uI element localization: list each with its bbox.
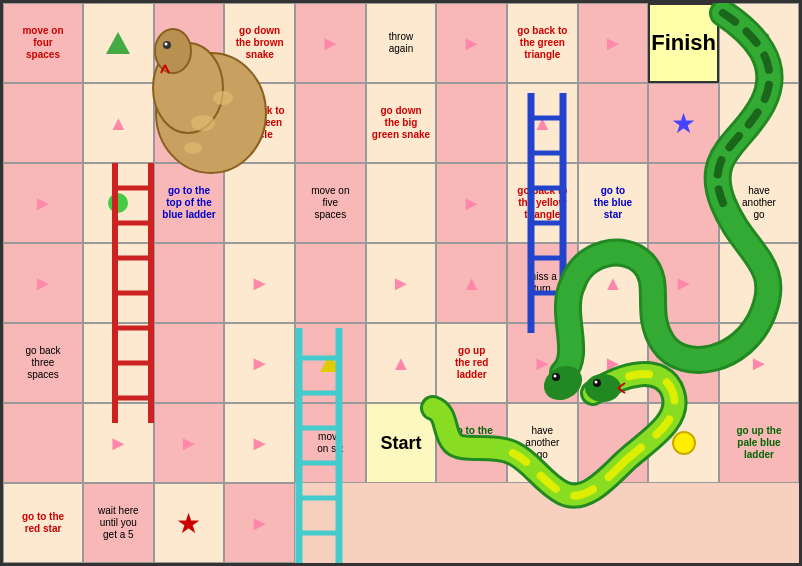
cell-r3c0: go tothe bluestar <box>578 163 649 243</box>
start-label: Start <box>380 433 421 454</box>
pink-arrow-icon: ► <box>250 512 270 535</box>
cell-r1c5 <box>295 83 366 163</box>
cell-r6c5: go up thepale blueladder <box>719 403 799 483</box>
cell-r2c9: go back tothe yellowtriangle <box>507 163 578 243</box>
cell-r6c4 <box>648 403 719 483</box>
green-circle-icon <box>108 193 128 213</box>
pink-arrow-icon: ► <box>250 272 270 295</box>
pink-arrow-icon: ► <box>391 272 411 295</box>
pink-arrow-icon: ► <box>603 32 623 55</box>
pink-arrow-icon: ► <box>462 192 482 215</box>
pink-arrow-icon: ► <box>250 432 270 455</box>
cell-r1c0: missa turn <box>719 3 799 83</box>
yellow-circle-icon <box>672 431 696 455</box>
cell-r0c5: throwagain <box>366 3 437 83</box>
cell-r4c9: ▲ <box>366 323 437 403</box>
cell-r4c1: ▲ <box>578 243 649 323</box>
cell-r1c8: ▲ <box>507 83 578 163</box>
cell-r6c2: haveanothergo <box>507 403 578 483</box>
pink-arrow-icon: ► <box>250 352 270 375</box>
pink-arrow-icon: ► <box>749 352 769 375</box>
cell-r2c4: go to thetop of theblue ladder <box>154 163 225 243</box>
cell-r2c6: move onfivespaces <box>295 163 366 243</box>
cell-r4c8 <box>295 323 366 403</box>
cell-r4c5 <box>83 323 154 403</box>
cell-r3c8: ► <box>366 243 437 323</box>
cell-r3c4 <box>83 243 154 323</box>
cell-r6c7: wait hereuntil youget a 5 <box>83 483 154 563</box>
cell-r5c8: ► <box>224 403 295 483</box>
cell-start: Start <box>366 403 437 483</box>
yellow-triangle-icon <box>320 354 340 372</box>
cell-r4c3 <box>719 243 799 323</box>
pink-arrow-icon: ► <box>33 192 53 215</box>
cell-r5c2: ► <box>578 323 649 403</box>
cell-r4c7: ► <box>224 323 295 403</box>
pink-arrow-icon: ► <box>603 352 623 375</box>
red-star-icon: ★ <box>176 507 201 540</box>
cell-r4c6 <box>154 323 225 403</box>
cell-r5c5 <box>3 403 83 483</box>
cell-r0c0: move onfourspaces <box>3 3 83 83</box>
cell-r3c6: ► <box>224 243 295 323</box>
pink-arrow-icon: ► <box>532 352 552 375</box>
cell-r0c7: go back tothe greentriangle <box>507 3 578 83</box>
cell-r5c1: ► <box>507 323 578 403</box>
pink-arrow-up-icon: ▲ <box>603 272 623 295</box>
cell-r1c3: wait hereuntil youget a two <box>154 83 225 163</box>
finish-label: Finish <box>651 30 716 56</box>
cell-r6c8: ★ <box>154 483 225 563</box>
cell-r0c6: ► <box>436 3 507 83</box>
cell-r0c2: ► <box>154 3 225 83</box>
cell-r4c2: ► <box>648 243 719 323</box>
cell-r1c2: ▲ <box>83 83 154 163</box>
cell-r3c3: ► <box>3 243 83 323</box>
cell-r6c3 <box>578 403 649 483</box>
cell-r2c3 <box>83 163 154 243</box>
cell-r6c6: go to thered star <box>3 483 83 563</box>
cell-r3c1 <box>648 163 719 243</box>
cell-r1c7 <box>436 83 507 163</box>
cell-r0c3: go downthe brownsnake <box>224 3 295 83</box>
pink-arrow-icon: ► <box>179 32 199 55</box>
cell-r2c1 <box>719 83 799 163</box>
green-triangle-icon <box>106 32 130 54</box>
cell-r2c0: ★ <box>648 83 719 163</box>
cell-r5c3 <box>648 323 719 403</box>
cell-r6c9: ► <box>224 483 295 563</box>
pink-arrow-up-icon: ▲ <box>391 352 411 375</box>
pink-arrow-icon: ► <box>108 432 128 455</box>
cell-r3c5 <box>154 243 225 323</box>
cell-r5c6: ► <box>83 403 154 483</box>
blue-star-icon: ★ <box>671 107 696 140</box>
pink-arrow-icon: ► <box>33 272 53 295</box>
pink-arrow-up-icon: ▲ <box>532 112 552 135</box>
pink-arrow-icon: ► <box>462 32 482 55</box>
cell-r5c7: ► <box>154 403 225 483</box>
pink-arrow-up-icon: ▲ <box>108 112 128 135</box>
cell-r2c5 <box>224 163 295 243</box>
cell-r0c8: ► <box>578 3 649 83</box>
cell-r1c6: go downthe biggreen snake <box>366 83 437 163</box>
pink-arrow-icon: ► <box>179 432 199 455</box>
cell-r0c4: ► <box>295 3 366 83</box>
cell-r1c1 <box>3 83 83 163</box>
cell-r1c4: go back tothe greencircle <box>224 83 295 163</box>
cell-r2c7 <box>366 163 437 243</box>
game-board: move onfourspaces ► go downthe brownsnak… <box>0 0 802 566</box>
cell-r5c0: go upthe redladder <box>436 323 507 403</box>
cell-r5c4: ► <box>719 323 799 403</box>
cell-r6c1: go to theyellowcircle <box>436 403 507 483</box>
pink-arrow-icon: ► <box>674 272 694 295</box>
cell-finish: Finish <box>648 3 719 83</box>
cell-r2c8: ► <box>436 163 507 243</box>
cell-r3c9: ▲ <box>436 243 507 323</box>
cell-r4c0: miss aturn <box>507 243 578 323</box>
cell-r3c2: haveanothergo <box>719 163 799 243</box>
cell-r0c1 <box>83 3 154 83</box>
cell-r4c4: go backthreespaces <box>3 323 83 403</box>
cell-r1c9 <box>578 83 649 163</box>
pink-arrow-icon: ► <box>320 32 340 55</box>
cell-r5c9: moveon six <box>295 403 366 483</box>
pink-arrow-up-icon: ▲ <box>462 272 482 295</box>
